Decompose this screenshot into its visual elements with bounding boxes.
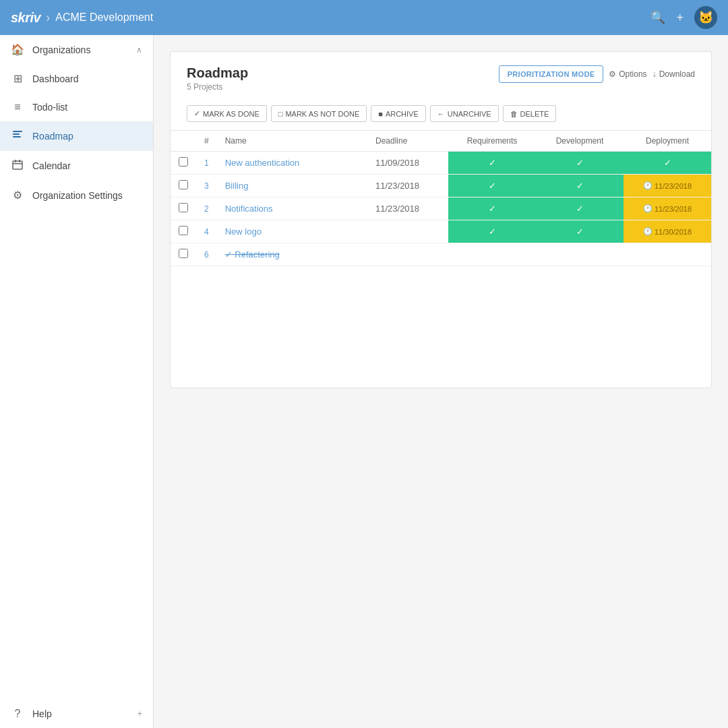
roadmap-panel: Roadmap 5 Projects PRIORITIZATION MODE ⚙… <box>170 51 712 388</box>
square-icon: □ <box>278 110 283 118</box>
project-link[interactable]: New authentication <box>225 158 300 168</box>
add-icon[interactable]: + <box>676 11 684 25</box>
table-row: 2Notifications11/23/2018✓✓🕐 11/23/2018 <box>171 198 711 220</box>
sidebar-label-todo: Todo-list <box>32 102 142 113</box>
download-button[interactable]: ↓ Download <box>653 69 695 79</box>
archive-button[interactable]: ■ ARCHIVE <box>371 105 426 122</box>
options-button[interactable]: ⚙ Options <box>609 69 646 79</box>
chevron-icon: ∧ <box>136 45 142 55</box>
project-link[interactable]: Notifications <box>225 204 273 214</box>
row-name: New authentication <box>217 152 367 175</box>
sidebar-item-todo[interactable]: ≡ Todo-list <box>0 93 153 121</box>
check-icon: ✓ <box>489 226 496 237</box>
row-development: ✓ <box>536 198 624 220</box>
row-requirements: ✓ <box>448 220 536 243</box>
row-checkbox[interactable] <box>179 180 188 189</box>
svg-rect-4 <box>15 160 16 162</box>
mark-as-done-button[interactable]: ✓ MARK AS DONE <box>187 105 267 122</box>
row-checkbox[interactable] <box>179 203 188 212</box>
org-name: ACME Development <box>55 11 153 24</box>
row-name: ✓ Refactering <box>217 243 367 266</box>
delete-button[interactable]: 🗑 DELETE <box>503 105 557 122</box>
mark-as-done-label: MARK AS DONE <box>203 110 260 118</box>
unarchive-label: UNARCHIVE <box>448 110 491 118</box>
row-deployment: 🕐 11/23/2018 <box>624 175 711 198</box>
svg-rect-1 <box>13 133 20 135</box>
roadmap-icon <box>11 129 24 143</box>
sidebar-label-roadmap: Roadmap <box>32 131 142 142</box>
sidebar: 🏠 Organizations ∧ ⊞ Dashboard ≡ Todo-lis… <box>0 35 154 728</box>
clock-icon: 🕐 <box>643 204 653 213</box>
row-checkbox[interactable] <box>179 157 188 166</box>
sidebar-item-roadmap[interactable]: Roadmap <box>0 121 153 151</box>
header: skriv › ACME Development 🔍 + 🐱 <box>0 0 728 35</box>
col-header-development: Development <box>536 131 624 152</box>
avatar[interactable]: 🐱 <box>694 6 717 29</box>
app-wrapper: skriv › ACME Development 🔍 + 🐱 🏠 Organiz… <box>0 0 728 728</box>
project-link[interactable]: ✓ Refactering <box>225 249 280 260</box>
unarchive-button[interactable]: ← UNARCHIVE <box>430 105 499 122</box>
table-row: 6✓ Refactering <box>171 243 711 266</box>
unarchive-icon: ← <box>437 110 445 118</box>
prioritization-mode-button[interactable]: PRIORITIZATION MODE <box>499 65 604 83</box>
deploy-date-badge: 🕐 11/23/2018 <box>632 204 703 213</box>
check-icon: ✓ <box>576 204 584 214</box>
row-development: ✓ <box>536 220 624 243</box>
row-requirements <box>448 243 536 266</box>
sidebar-label-dashboard: Dashboard <box>32 73 142 84</box>
sidebar-bottom: ? Help + <box>0 700 153 728</box>
sidebar-label-organizations: Organizations <box>32 44 128 55</box>
svg-rect-0 <box>13 131 22 132</box>
check-icon: ✓ <box>664 158 671 168</box>
row-number: 4 <box>196 220 217 243</box>
search-icon[interactable]: 🔍 <box>650 10 665 25</box>
deploy-date-badge: 🕐 11/23/2018 <box>632 181 703 190</box>
svg-rect-6 <box>13 163 22 164</box>
row-name: Notifications <box>217 198 367 220</box>
project-link[interactable]: Billing <box>225 181 249 191</box>
check-icon: ✓ <box>576 181 584 191</box>
trash-icon: 🗑 <box>510 110 518 118</box>
svg-rect-2 <box>13 136 21 138</box>
row-development <box>536 243 624 266</box>
check-icon: ✓ <box>489 158 496 168</box>
row-checkbox[interactable] <box>179 249 188 258</box>
row-development: ✓ <box>536 152 624 175</box>
col-header-name: Name <box>217 131 367 152</box>
roadmap-table: # Name Deadline Requirements Development… <box>171 130 711 266</box>
settings-icon: ⚙ <box>11 189 24 202</box>
table-header-row: # Name Deadline Requirements Development… <box>171 131 711 152</box>
col-header-requirements: Requirements <box>448 131 536 152</box>
check-icon: ✓ <box>489 181 496 191</box>
sidebar-item-org-settings[interactable]: ⚙ Organization Settings <box>0 181 153 210</box>
row-checkbox[interactable] <box>179 226 188 235</box>
row-deadline <box>367 220 448 243</box>
sidebar-item-calendar[interactable]: Calendar <box>0 151 153 181</box>
roadmap-title-group: Roadmap 5 Projects <box>187 65 248 92</box>
row-deadline: 11/23/2018 <box>367 198 448 220</box>
checkmark-icon: ✓ <box>194 109 200 118</box>
sidebar-label-help: Help <box>32 708 129 719</box>
row-deployment: 🕐 11/30/2018 <box>624 220 711 243</box>
row-development: ✓ <box>536 175 624 198</box>
delete-label: DELETE <box>520 110 549 118</box>
row-number: 3 <box>196 175 217 198</box>
row-number: 2 <box>196 198 217 220</box>
col-header-deployment: Deployment <box>624 131 711 152</box>
sidebar-item-organizations[interactable]: 🏠 Organizations ∧ <box>0 35 153 64</box>
sidebar-label-calendar: Calendar <box>32 160 142 171</box>
archive-icon: ■ <box>378 110 383 118</box>
table-row: 4New logo✓✓🕐 11/30/2018 <box>171 220 711 243</box>
mark-as-not-done-button[interactable]: □ MARK AS NOT DONE <box>271 105 367 122</box>
sidebar-item-help[interactable]: ? Help + <box>0 700 153 728</box>
sidebar-item-dashboard[interactable]: ⊞ Dashboard <box>0 64 153 93</box>
help-icon: ? <box>11 708 24 720</box>
check-icon: ✓ <box>489 204 496 214</box>
list-icon: ≡ <box>11 101 24 113</box>
clock-icon: 🕐 <box>643 181 653 190</box>
project-link[interactable]: New logo <box>225 226 262 237</box>
plus-icon: + <box>138 709 142 719</box>
header-separator: › <box>46 11 50 25</box>
row-deployment: ✓ <box>624 152 711 175</box>
download-icon: ↓ <box>653 69 657 79</box>
